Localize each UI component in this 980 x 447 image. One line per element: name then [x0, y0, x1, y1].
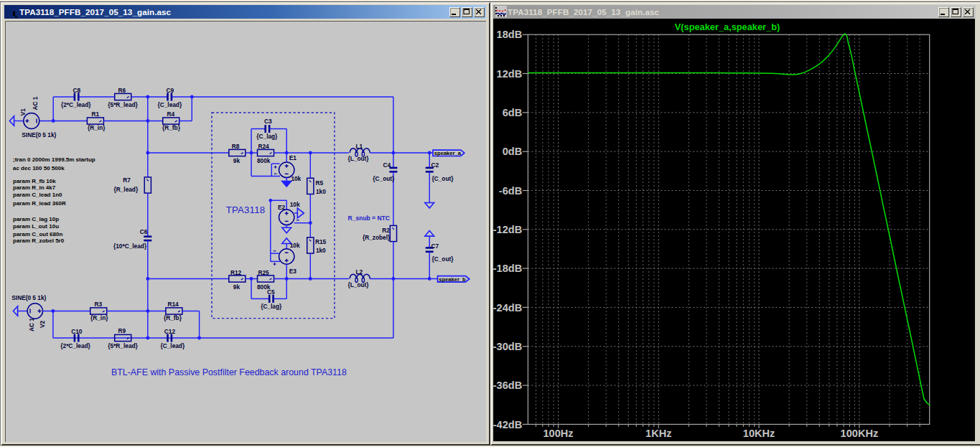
svg-text:{2*C_lead}: {2*C_lead}: [60, 342, 90, 349]
svg-text:R9: R9: [118, 327, 126, 334]
svg-text:{C_lead}: {C_lead}: [161, 342, 185, 349]
svg-text:10KHz: 10KHz: [743, 428, 775, 439]
svg-text:R7: R7: [123, 177, 131, 184]
svg-text:param C_lead 1n0: param C_lead 1n0: [13, 192, 62, 198]
svg-text:E2: E2: [278, 204, 286, 211]
svg-text:-6dB: -6dB: [499, 185, 522, 197]
svg-text:param R_lead 360R: param R_lead 360R: [13, 200, 66, 207]
svg-text:1KHz: 1KHz: [645, 428, 672, 439]
svg-text:SINE(0 5 1k): SINE(0 5 1k): [22, 131, 56, 138]
svg-text:C8: C8: [73, 87, 80, 94]
svg-text:{R_fb}: {R_fb}: [164, 314, 182, 321]
svg-text:TPA3118: TPA3118: [226, 204, 265, 215]
svg-text:-12dB: -12dB: [493, 224, 522, 235]
svg-text:0dB: 0dB: [503, 146, 523, 157]
svg-text:100KHz: 100KHz: [841, 428, 879, 439]
svg-text:speaker_a: speaker_a: [434, 150, 462, 156]
svg-text:10k: 10k: [291, 175, 301, 182]
svg-text:1k0: 1k0: [316, 247, 326, 254]
svg-text:1k0: 1k0: [316, 188, 326, 195]
svg-text:C3: C3: [264, 118, 272, 125]
svg-text:9k: 9k: [233, 157, 241, 164]
svg-text:AC 1: AC 1: [28, 318, 35, 331]
svg-text:C6: C6: [140, 228, 148, 235]
svg-text:R4: R4: [167, 110, 175, 118]
svg-text:10k: 10k: [290, 201, 300, 208]
svg-text:V(speaker_a,speaker_b): V(speaker_a,speaker_b): [675, 22, 780, 32]
svg-text:SINE(0 5 1k): SINE(0 5 1k): [11, 294, 46, 301]
svg-text:6dB: 6dB: [503, 107, 523, 118]
svg-text:ac dec 100 50 500k: ac dec 100 50 500k: [13, 165, 65, 171]
svg-text:C4: C4: [383, 161, 391, 169]
svg-text:C9: C9: [167, 87, 174, 94]
svg-text:BTL-AFE with Passive Postfilte: BTL-AFE with Passive Postfilter Feedback…: [111, 367, 347, 377]
svg-text:C7: C7: [431, 243, 439, 250]
svg-text:param C_lag 10p: param C_lag 10p: [13, 216, 59, 222]
svg-text:V2: V2: [39, 320, 46, 328]
svg-text:C5: C5: [267, 288, 275, 296]
svg-text:R2: R2: [382, 227, 390, 234]
svg-text:{C_lag}: {C_lag}: [256, 133, 278, 140]
svg-text:R15: R15: [315, 238, 327, 245]
svg-text:R12: R12: [230, 269, 242, 276]
svg-text:{R_in}: {R_in}: [90, 314, 108, 321]
svg-text:param R_in 4k7: param R_in 4k7: [13, 184, 56, 191]
svg-text:12dB: 12dB: [497, 68, 523, 80]
svg-text:{C_out}: {C_out}: [373, 175, 395, 182]
svg-text:C10: C10: [71, 328, 83, 335]
svg-text:{C_lag}: {C_lag}: [261, 303, 282, 310]
svg-text:-36dB: -36dB: [493, 380, 522, 391]
svg-text:C12: C12: [164, 328, 176, 335]
svg-text:R5: R5: [315, 179, 323, 187]
svg-text:{R_lead}: {R_lead}: [114, 186, 139, 193]
svg-text:R3: R3: [95, 301, 103, 308]
svg-text:E3: E3: [289, 268, 297, 275]
svg-text:R24: R24: [258, 143, 270, 150]
svg-text:param R_fb 10k: param R_fb 10k: [13, 178, 56, 184]
svg-text:-42dB: -42dB: [493, 419, 522, 430]
svg-text:R8: R8: [232, 143, 240, 150]
svg-text:{2*C_lead}: {2*C_lead}: [61, 101, 91, 108]
svg-text:;tran 0 2000m 1999.5m startup: ;tran 0 2000m 1999.5m startup: [13, 156, 95, 163]
svg-text:{10*C_lead}: {10*C_lead}: [113, 243, 147, 250]
svg-text:L2: L2: [356, 268, 363, 276]
svg-text:{5*R_lead}: {5*R_lead}: [108, 342, 138, 349]
svg-text:R6: R6: [118, 87, 126, 94]
svg-text:18dB: 18dB: [497, 29, 523, 40]
svg-text:V1: V1: [19, 108, 27, 116]
svg-text:{5*R_lead}: {5*R_lead}: [108, 101, 138, 108]
svg-text:R1: R1: [92, 110, 100, 118]
svg-text:{R_in}: {R_in}: [88, 124, 106, 131]
svg-text:9k: 9k: [233, 283, 241, 291]
svg-text:speaker_b: speaker_b: [439, 276, 466, 283]
svg-text:{C_lead}: {C_lead}: [158, 101, 182, 108]
svg-text:-18dB: -18dB: [493, 263, 522, 274]
svg-text:800k: 800k: [257, 157, 271, 164]
svg-text:-30dB: -30dB: [493, 341, 522, 352]
svg-text:param L_out 10u: param L_out 10u: [13, 223, 59, 230]
svg-text:-24dB: -24dB: [493, 302, 522, 314]
svg-text:{C_out}: {C_out}: [432, 255, 454, 263]
svg-text:C2: C2: [431, 161, 439, 169]
svg-text:{L_out}: {L_out}: [348, 281, 370, 288]
svg-text:L1: L1: [356, 143, 363, 150]
svg-text:100Hz: 100Hz: [543, 428, 573, 439]
svg-text:R25: R25: [258, 269, 270, 276]
svg-text:{R_fb}: {R_fb}: [162, 124, 181, 131]
svg-text:E1: E1: [289, 154, 297, 161]
svg-text:10k: 10k: [290, 242, 300, 249]
svg-text:AC 1: AC 1: [32, 96, 39, 110]
svg-text:param R_zobel 5r0: param R_zobel 5r0: [13, 237, 65, 244]
svg-text:{L_out}: {L_out}: [348, 155, 370, 162]
svg-text:{R_zobel}: {R_zobel}: [363, 234, 391, 241]
svg-text:{C_out}: {C_out}: [432, 175, 454, 182]
svg-text:R14: R14: [168, 301, 179, 308]
svg-text:R_snub = NTC: R_snub = NTC: [348, 215, 390, 222]
